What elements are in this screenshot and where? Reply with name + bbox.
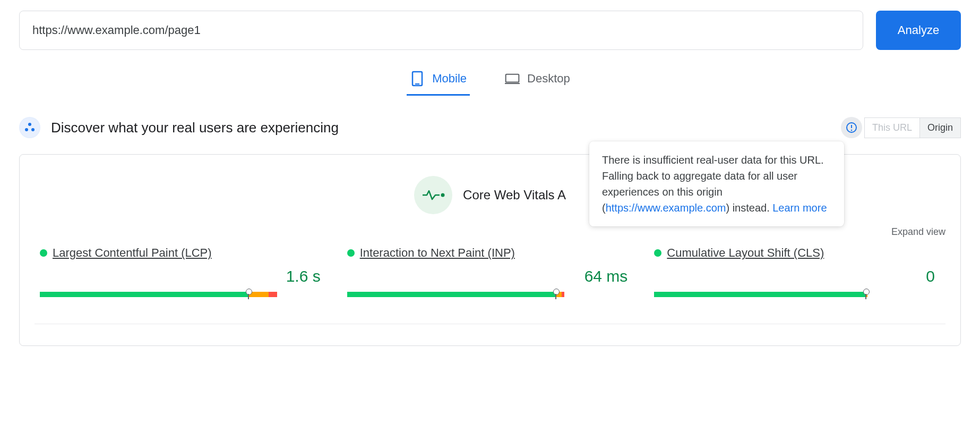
svg-rect-2 — [506, 74, 519, 82]
vitals-pass-icon — [414, 176, 452, 214]
metric-inp-value: 64 ms — [347, 267, 633, 285]
status-dot-good-icon — [40, 249, 47, 257]
search-row: Analyze — [19, 11, 961, 50]
metric-inp-bar — [347, 292, 633, 297]
svg-point-5 — [25, 128, 28, 131]
info-icon[interactable] — [841, 117, 862, 138]
scope-toggle: This URL Origin — [864, 117, 961, 138]
metric-cls-bar — [654, 292, 940, 297]
svg-point-9 — [851, 130, 853, 131]
divider — [35, 324, 945, 324]
metric-cls-value: 0 — [654, 267, 940, 285]
svg-point-4 — [28, 123, 31, 126]
desktop-icon — [505, 71, 520, 86]
metric-lcp-bar — [40, 292, 326, 297]
tab-mobile[interactable]: Mobile — [407, 66, 470, 96]
analyze-button[interactable]: Analyze — [876, 11, 961, 50]
metric-lcp-name[interactable]: Largest Contentful Paint (LCP) — [53, 246, 212, 260]
cwv-title: Core Web Vitals A — [463, 188, 566, 202]
tab-desktop[interactable]: Desktop — [502, 66, 573, 96]
lcp-bar-red — [269, 292, 277, 297]
info-tooltip: There is insufficient real-user data for… — [589, 141, 844, 226]
inp-bar-green — [347, 292, 556, 297]
tooltip-text-after: ) instead. — [726, 202, 772, 214]
lcp-bar-green — [40, 292, 248, 297]
metric-lcp: Largest Contentful Paint (LCP) 1.6 s — [40, 246, 326, 297]
tooltip-origin-link[interactable]: https://www.example.com — [606, 202, 726, 214]
metric-cls: Cumulative Layout Shift (CLS) 0 — [654, 246, 940, 297]
metric-lcp-value: 1.6 s — [40, 267, 326, 285]
metric-inp: Interaction to Next Paint (INP) 64 ms — [347, 246, 633, 297]
tooltip-learn-more-link[interactable]: Learn more — [772, 202, 827, 214]
scope-this-url-button: This URL — [865, 118, 919, 138]
svg-point-6 — [31, 128, 35, 131]
tab-mobile-label: Mobile — [432, 72, 467, 86]
cls-marker-icon — [863, 289, 869, 299]
tab-desktop-label: Desktop — [527, 72, 570, 86]
svg-point-10 — [441, 193, 445, 197]
metric-cls-name[interactable]: Cumulative Layout Shift (CLS) — [667, 246, 824, 260]
cls-bar-green — [654, 292, 866, 297]
metrics-row: Largest Contentful Paint (LCP) 1.6 s Int… — [35, 246, 945, 297]
inp-bar-red — [562, 292, 564, 297]
status-dot-good-icon — [654, 249, 661, 257]
expand-view-link[interactable]: Expand view — [891, 226, 945, 238]
mobile-icon — [410, 71, 425, 86]
scope-controls: This URL Origin There is insufficient re… — [841, 117, 961, 138]
inp-marker-icon — [553, 289, 559, 299]
metric-inp-name[interactable]: Interaction to Next Paint (INP) — [360, 246, 515, 260]
scope-origin-button[interactable]: Origin — [919, 118, 960, 138]
section-title: Discover what your real users are experi… — [51, 120, 339, 136]
status-dot-good-icon — [347, 249, 355, 257]
crux-icon — [19, 117, 40, 138]
url-input[interactable] — [19, 11, 863, 50]
section-header: Discover what your real users are experi… — [19, 117, 961, 138]
device-tabs: Mobile Desktop — [19, 66, 961, 96]
lcp-marker-icon — [245, 289, 252, 299]
